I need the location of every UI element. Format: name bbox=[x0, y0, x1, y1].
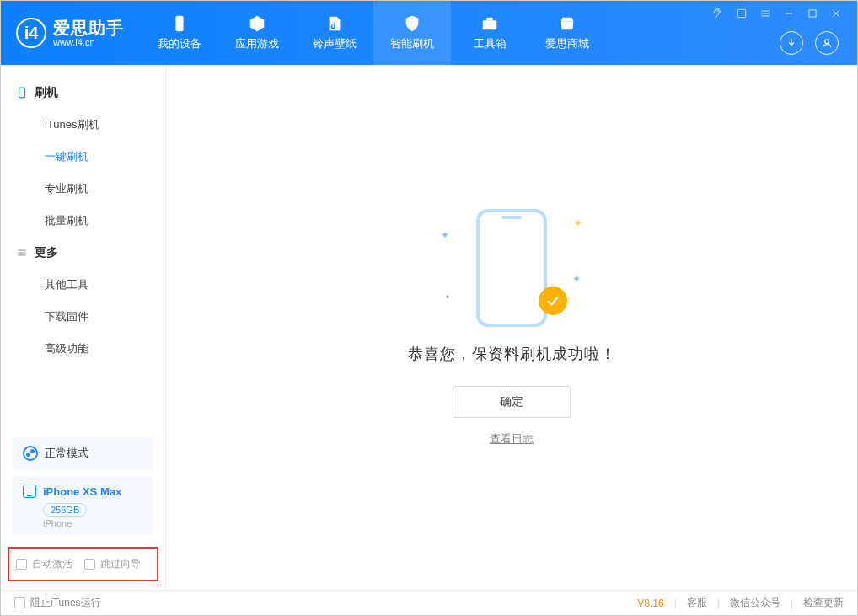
app-header: i4 爱思助手 www.i4.cn 我的设备 应用游戏 铃声壁纸 智能刷机 工具… bbox=[1, 1, 857, 65]
nav-store[interactable]: 爱思商城 bbox=[528, 1, 606, 65]
divider: | bbox=[674, 597, 677, 609]
nav-label: 铃声壁纸 bbox=[313, 36, 357, 51]
window-controls bbox=[711, 6, 844, 21]
checkmark-badge-icon bbox=[539, 287, 567, 315]
minimize-button[interactable] bbox=[781, 6, 796, 21]
device-info-block[interactable]: iPhone XS Max 256GB iPhone bbox=[13, 476, 153, 535]
close-button[interactable] bbox=[829, 6, 844, 21]
maximize-button[interactable] bbox=[805, 6, 820, 21]
device-icon bbox=[170, 14, 189, 33]
nav-label: 应用游戏 bbox=[235, 36, 279, 51]
phone-outline-icon bbox=[16, 87, 28, 99]
checkbox-block-itunes[interactable]: 阻止iTunes运行 bbox=[14, 596, 101, 610]
nav-apps-games[interactable]: 应用游戏 bbox=[218, 1, 296, 65]
mode-label: 正常模式 bbox=[45, 446, 88, 461]
success-message: 恭喜您，保资料刷机成功啦！ bbox=[408, 344, 616, 364]
sidebar-item-advanced[interactable]: 高级功能 bbox=[1, 333, 165, 365]
music-file-icon bbox=[325, 14, 344, 33]
app-title: 爱思助手 bbox=[53, 19, 124, 37]
user-icon[interactable] bbox=[815, 31, 839, 55]
divider: | bbox=[717, 597, 720, 609]
sidebar-item-other-tools[interactable]: 其他工具 bbox=[1, 269, 165, 301]
logo-texts: 爱思助手 www.i4.cn bbox=[53, 19, 124, 47]
download-icon[interactable] bbox=[780, 31, 803, 55]
main-nav: 我的设备 应用游戏 铃声壁纸 智能刷机 工具箱 爱思商城 bbox=[141, 1, 606, 65]
footer-link-wechat[interactable]: 微信公众号 bbox=[730, 596, 780, 610]
checkbox-label: 自动激活 bbox=[32, 557, 72, 571]
header-action-icons bbox=[780, 31, 844, 60]
sidebar-item-pro-flash[interactable]: 专业刷机 bbox=[1, 173, 165, 205]
cube-icon bbox=[248, 14, 266, 33]
nav-label: 我的设备 bbox=[158, 36, 201, 51]
status-bar: 阻止iTunes运行 V8.16 | 客服 | 微信公众号 | 检查更新 bbox=[1, 590, 857, 615]
nav-smart-flash[interactable]: 智能刷机 bbox=[373, 1, 451, 65]
menu-icon[interactable] bbox=[758, 6, 773, 21]
list-icon bbox=[16, 247, 28, 259]
sidebar-group-flash: 刷机 bbox=[1, 77, 165, 109]
svg-rect-8 bbox=[809, 10, 816, 17]
sparkle-icon: ✦ bbox=[572, 273, 581, 285]
device-type: iPhone bbox=[43, 518, 143, 528]
footer-right: V8.16 | 客服 | 微信公众号 | 检查更新 bbox=[637, 596, 844, 610]
group-header-label: 刷机 bbox=[35, 85, 58, 100]
footer-link-update[interactable]: 检查更新 bbox=[803, 596, 844, 610]
nav-toolbox[interactable]: 工具箱 bbox=[451, 1, 528, 65]
view-log-link[interactable]: 查看日志 bbox=[490, 431, 534, 447]
group-header-label: 更多 bbox=[35, 245, 58, 260]
svg-rect-2 bbox=[486, 18, 492, 21]
highlighted-checkbox-row: 自动激活 跳过向导 bbox=[8, 547, 158, 581]
checkbox-label: 跳过向导 bbox=[100, 557, 141, 571]
toolbox-icon bbox=[480, 14, 499, 33]
sparkle-icon: • bbox=[446, 292, 449, 303]
footer-link-support[interactable]: 客服 bbox=[687, 596, 707, 610]
device-capacity: 256GB bbox=[43, 503, 87, 517]
nav-label: 智能刷机 bbox=[390, 36, 434, 51]
logo-area: i4 爱思助手 www.i4.cn bbox=[1, 18, 141, 48]
checkbox-box bbox=[84, 559, 95, 570]
logo-icon: i4 bbox=[16, 18, 46, 48]
sparkle-icon: ✦ bbox=[574, 217, 582, 229]
app-body: 刷机 iTunes刷机 一键刷机 专业刷机 批量刷机 更多 其他工具 下载固件 … bbox=[1, 65, 857, 590]
mode-icon bbox=[23, 446, 38, 461]
version-label: V8.16 bbox=[637, 597, 663, 609]
svg-rect-1 bbox=[483, 20, 497, 29]
svg-rect-0 bbox=[175, 16, 183, 31]
sidebar: 刷机 iTunes刷机 一键刷机 专业刷机 批量刷机 更多 其他工具 下载固件 … bbox=[1, 65, 166, 590]
svg-rect-13 bbox=[19, 88, 25, 98]
device-mode-block[interactable]: 正常模式 bbox=[13, 437, 153, 469]
checkbox-box bbox=[16, 559, 27, 570]
sidebar-item-download-firmware[interactable]: 下载固件 bbox=[1, 301, 165, 333]
app-subtitle: www.i4.cn bbox=[53, 37, 124, 47]
svg-point-12 bbox=[825, 40, 829, 44]
sidebar-item-batch-flash[interactable]: 批量刷机 bbox=[1, 205, 165, 237]
device-name-row: iPhone XS Max bbox=[23, 485, 143, 498]
nav-ringtone-wallpaper[interactable]: 铃声壁纸 bbox=[296, 1, 373, 65]
skin-icon[interactable] bbox=[734, 6, 749, 21]
store-icon bbox=[558, 14, 576, 33]
checkbox-label: 阻止iTunes运行 bbox=[30, 596, 101, 610]
phone-illustration-icon bbox=[476, 209, 547, 327]
checkbox-box bbox=[14, 597, 25, 608]
shield-refresh-icon bbox=[403, 14, 421, 33]
device-small-icon bbox=[23, 485, 36, 498]
checkbox-skip-guide[interactable]: 跳过向导 bbox=[84, 557, 141, 571]
sidebar-group-more: 更多 bbox=[1, 237, 165, 269]
ok-button[interactable]: 确定 bbox=[453, 386, 571, 418]
svg-rect-3 bbox=[737, 9, 745, 17]
header-right bbox=[705, 1, 849, 65]
sidebar-item-oneclick-flash[interactable]: 一键刷机 bbox=[1, 141, 165, 173]
divider: | bbox=[791, 597, 793, 609]
main-content: ✦ ✦ • ✦ 恭喜您，保资料刷机成功啦！ 确定 查看日志 bbox=[166, 65, 857, 590]
sparkle-icon: ✦ bbox=[441, 229, 449, 241]
checkbox-auto-activate[interactable]: 自动激活 bbox=[16, 557, 72, 571]
nav-label: 工具箱 bbox=[474, 36, 507, 51]
theme-icon[interactable] bbox=[711, 6, 726, 21]
success-illustration: ✦ ✦ • ✦ bbox=[461, 209, 562, 327]
nav-my-device[interactable]: 我的设备 bbox=[141, 1, 218, 65]
nav-label: 爱思商城 bbox=[545, 36, 589, 51]
device-name: iPhone XS Max bbox=[43, 485, 121, 498]
sidebar-item-itunes-flash[interactable]: iTunes刷机 bbox=[1, 109, 165, 141]
